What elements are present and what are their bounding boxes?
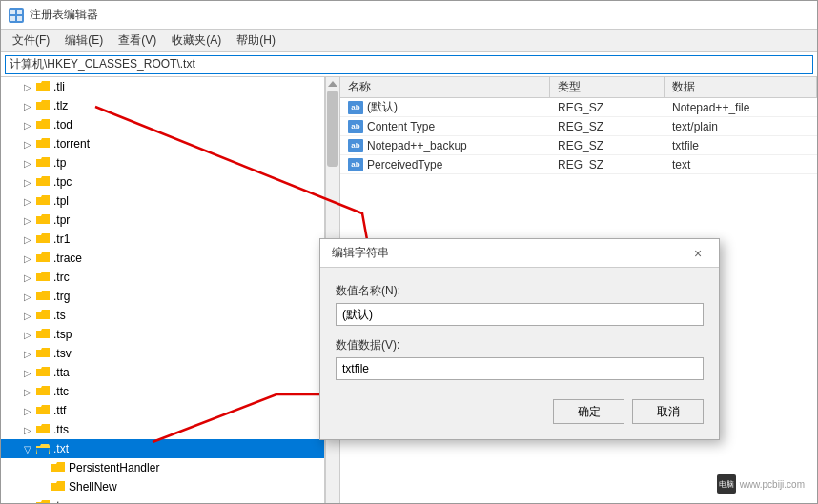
reg-cell-data: text <box>665 155 817 173</box>
tree-item-ts[interactable]: ▷ .ts <box>1 306 324 325</box>
tree-item-tp[interactable]: ▷ .tp <box>1 153 324 172</box>
tree-item-tta[interactable]: ▷ .tta <box>1 363 324 382</box>
folder-icon <box>35 346 51 361</box>
menu-bar: 文件(F) 编辑(E) 查看(V) 收藏夹(A) 帮助(H) <box>1 30 817 52</box>
column-header: 名称 类型 数据 <box>340 77 817 98</box>
ab-icon: ab <box>348 101 363 114</box>
menu-favorites[interactable]: 收藏夹(A) <box>164 30 229 50</box>
expand-icon-tr1: ▷ <box>20 232 35 247</box>
expand-icon-tsp: ▷ <box>20 327 35 342</box>
folder-icon <box>35 384 51 399</box>
tree-label: .tsv <box>53 347 72 360</box>
expand-icon-trc: ▷ <box>20 270 35 285</box>
reg-row-perceived-type[interactable]: ab PerceivedType REG_SZ text <box>340 155 817 174</box>
expand-icon-ttc: ▷ <box>20 384 35 399</box>
menu-file[interactable]: 文件(F) <box>5 30 57 50</box>
col-header-name: 名称 <box>340 77 550 97</box>
svg-rect-1 <box>17 10 22 14</box>
edit-string-dialog: 编辑字符串 × 数值名称(N): 数值数据(V): 确定 取消 <box>319 238 720 440</box>
dialog-cancel-button[interactable]: 取消 <box>632 399 704 424</box>
tree-label: .ts <box>53 309 66 322</box>
folder-icon-open <box>35 441 51 456</box>
tree-panel: ▷ .tli ▷ .tlz ▷ .tod <box>1 77 325 503</box>
reg-row-notepad-backup[interactable]: ab Notepad++_backup REG_SZ txtfile <box>340 136 817 155</box>
expand-icon-txt: ▽ <box>20 441 35 456</box>
tree-item-trace[interactable]: ▷ .trace <box>1 249 324 268</box>
folder-icon <box>51 460 66 475</box>
folder-icon <box>35 403 51 418</box>
dialog-data-label: 数值数据(V): <box>336 337 704 353</box>
dialog-close-button[interactable]: × <box>688 244 707 263</box>
folder-icon <box>35 327 51 342</box>
tree-item-tsv[interactable]: ▷ .tsv <box>1 344 324 363</box>
tree-label: .tli <box>53 80 65 93</box>
scroll-thumb[interactable] <box>327 91 338 167</box>
folder-icon <box>35 212 51 228</box>
tree-item-tpr[interactable]: ▷ .tpr <box>1 211 324 230</box>
tree-item-shellnew[interactable]: ShellNew <box>1 477 324 496</box>
folder-icon <box>35 193 51 209</box>
folder-icon <box>35 79 51 94</box>
tree-item-ttc[interactable]: ▷ .ttc <box>1 382 324 401</box>
folder-icon <box>35 498 51 503</box>
folder-icon <box>35 365 51 380</box>
dialog-title-text: 编辑字符串 <box>332 245 389 261</box>
tree-item-tz[interactable]: ▷ .tz <box>1 496 324 503</box>
dialog-ok-button[interactable]: 确定 <box>553 399 624 424</box>
tree-item-tsp[interactable]: ▷ .tsp <box>1 325 324 344</box>
tree-item-tli[interactable]: ▷ .tli <box>1 77 324 96</box>
ab-icon: ab <box>348 158 363 171</box>
expand-icon-tpc: ▷ <box>20 174 35 190</box>
tree-item-torrent[interactable]: ▷ .torrent <box>1 134 324 153</box>
dialog-name-input[interactable] <box>336 303 704 326</box>
tree-item-tod[interactable]: ▷ .tod <box>1 115 324 134</box>
dialog-name-label: 数值名称(N): <box>336 283 704 299</box>
expand-icon-tts: ▷ <box>20 422 35 437</box>
tree-label: .torrent <box>53 137 90 151</box>
tree-item-persistent-handler[interactable]: PersistentHandler <box>1 458 324 477</box>
tree-item-ttf[interactable]: ▷ .ttf <box>1 401 324 420</box>
folder-icon <box>35 174 51 190</box>
tree-item-tpc[interactable]: ▷ .tpc <box>1 172 324 192</box>
reg-row-content-type[interactable]: ab Content Type REG_SZ text/plain <box>340 117 817 136</box>
tree-item-trg[interactable]: ▷ .trg <box>1 287 324 306</box>
menu-edit[interactable]: 编辑(E) <box>57 30 111 50</box>
reg-cell-type: REG_SZ <box>550 117 665 135</box>
expand-icon-torrent: ▷ <box>20 136 35 151</box>
folder-icon <box>35 117 51 132</box>
expand-icon-tod: ▷ <box>20 117 35 132</box>
folder-icon <box>35 136 51 151</box>
address-bar <box>1 52 817 77</box>
folder-icon <box>35 251 51 266</box>
tree-item-tts[interactable]: ▷ .tts <box>1 420 324 439</box>
tree-item-tr1[interactable]: ▷ .tr1 <box>1 230 324 249</box>
tree-label: .trc <box>53 271 70 284</box>
tree-item-tlz[interactable]: ▷ .tlz <box>1 96 324 115</box>
address-input[interactable] <box>5 55 813 74</box>
svg-rect-0 <box>10 10 15 14</box>
expand-icon-tlz: ▷ <box>20 98 35 113</box>
watermark-text: www.pcbiji.com <box>740 479 805 490</box>
tree-label: ShellNew <box>69 480 117 494</box>
title-bar: 注册表编辑器 <box>1 1 817 30</box>
tree-item-txt[interactable]: ▽ .txt <box>1 439 324 458</box>
tree-item-tpl[interactable]: ▷ .tpl <box>1 192 324 211</box>
dialog-title-bar: 编辑字符串 × <box>320 239 719 268</box>
menu-help[interactable]: 帮助(H) <box>229 30 283 50</box>
reg-cell-type: REG_SZ <box>550 155 665 173</box>
tree-label: .trace <box>53 252 82 265</box>
window-title: 注册表编辑器 <box>30 7 98 23</box>
tree-label: .tz <box>53 499 66 503</box>
tree-label: .tpr <box>53 213 70 227</box>
tree-item-trc[interactable]: ▷ .trc <box>1 268 324 287</box>
dialog-data-input[interactable] <box>336 357 704 380</box>
expand-icon-tta: ▷ <box>20 365 35 380</box>
expand-icon-tz: ▷ <box>20 498 35 503</box>
ab-icon: ab <box>348 120 363 133</box>
reg-cell-type: REG_SZ <box>550 136 665 154</box>
tree-label: .ttc <box>53 385 69 398</box>
tree-label: .tsp <box>53 328 72 341</box>
menu-view[interactable]: 查看(V) <box>111 30 164 50</box>
reg-row-default[interactable]: ab (默认) REG_SZ Notepad++_file <box>340 98 817 117</box>
scroll-up-arrow[interactable] <box>328 81 337 87</box>
